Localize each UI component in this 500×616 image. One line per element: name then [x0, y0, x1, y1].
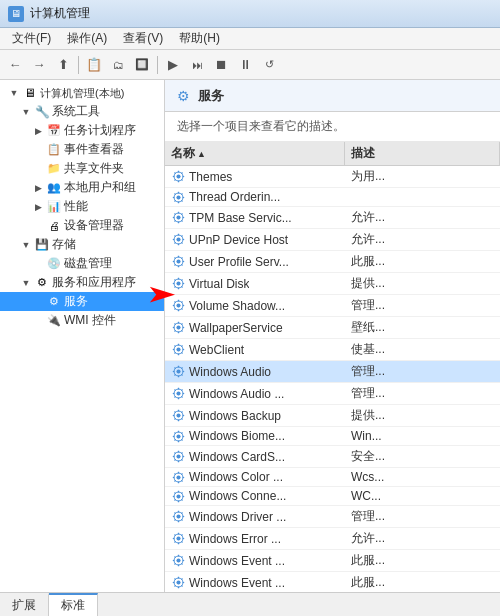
menu-item-h[interactable]: 帮助(H) [171, 28, 228, 49]
service-name-text: Virtual Disk [189, 277, 249, 291]
th-name[interactable]: 名称 ▲ [165, 142, 345, 165]
tree-item-device-mgr[interactable]: ▶ 🖨 设备管理器 [0, 216, 164, 235]
table-row[interactable]: Windows Audio ...管理... [165, 383, 500, 405]
table-row[interactable]: Virtual Disk提供... [165, 273, 500, 295]
service-row-icon [171, 299, 185, 313]
service-name-cell: WebClient [165, 341, 345, 359]
service-name-text: Windows Audio ... [189, 387, 284, 401]
tree-item-system-tools[interactable]: ▼ 🔧 系统工具 [0, 102, 164, 121]
pause-button[interactable]: ⏸ [234, 54, 256, 76]
expand-storage[interactable]: ▼ [18, 237, 34, 253]
tree-item-services[interactable]: ▶ ⚙ 服务 [0, 292, 164, 311]
table-row[interactable]: Windows Conne...WC... [165, 487, 500, 506]
expand-services-apps[interactable]: ▼ [18, 275, 34, 291]
show-hide-button[interactable]: 📋 [83, 54, 105, 76]
table-row[interactable]: WallpaperService壁纸... [165, 317, 500, 339]
expand-root[interactable]: ▼ [6, 85, 22, 101]
play-all-button[interactable]: ⏭ [186, 54, 208, 76]
table-row[interactable]: Windows Biome...Win... [165, 427, 500, 446]
menu-item-v[interactable]: 查看(V) [115, 28, 171, 49]
service-desc-cell: 此服... [345, 550, 500, 571]
svg-point-32 [176, 392, 179, 395]
service-row-icon [171, 233, 185, 247]
table-row[interactable]: Windows Event ...此服... [165, 572, 500, 592]
service-name-text: Windows Event ... [189, 554, 285, 568]
service-row-icon [171, 429, 185, 443]
service-name-cell: Windows Audio ... [165, 385, 345, 403]
icon-wmi: 🔌 [46, 313, 62, 329]
properties-button[interactable]: 🗂 [107, 54, 129, 76]
tree-item-services-apps[interactable]: ▼ ⚙ 服务和应用程序 [0, 273, 164, 292]
table-row[interactable]: Windows Error ...允许... [165, 528, 500, 550]
th-desc[interactable]: 描述 [345, 142, 500, 165]
services-header-title: 服务 [198, 87, 224, 105]
service-desc-cell: 提供... [345, 273, 500, 294]
icon-storage: 💾 [34, 237, 50, 253]
menu-item-a[interactable]: 操作(A) [59, 28, 115, 49]
icon-task-scheduler: 📅 [46, 123, 62, 139]
icon-system-tools: 🔧 [34, 104, 50, 120]
service-desc-cell: 使基... [345, 339, 500, 360]
service-table[interactable]: 名称 ▲ 描述 Themes为用... Thread Orderin.. [165, 142, 500, 592]
svg-point-23 [176, 326, 179, 329]
service-name-text: User Profile Serv... [189, 255, 289, 269]
up-button[interactable]: ⬆ [52, 54, 74, 76]
new-window-button[interactable]: 🔲 [131, 54, 153, 76]
tree-item-event-viewer[interactable]: ▶ 📋 事件查看器 [0, 140, 164, 159]
service-row-icon [171, 532, 185, 546]
icon-shared-folders: 📁 [46, 161, 62, 177]
service-row-icon [171, 343, 185, 357]
menu-bar: 文件(F)操作(A)查看(V)帮助(H) [0, 28, 500, 50]
label-root: 计算机管理(本地) [38, 86, 124, 101]
expand-system-tools[interactable]: ▼ [18, 104, 34, 120]
table-row[interactable]: Windows Audio管理... [165, 361, 500, 383]
service-name-cell: UPnP Device Host [165, 231, 345, 249]
service-name-text: Windows Conne... [189, 489, 286, 503]
table-row[interactable]: Windows Color ...Wcs... [165, 468, 500, 487]
play-button[interactable]: ▶ [162, 54, 184, 76]
expand-task-scheduler[interactable]: ▶ [30, 123, 46, 139]
table-row[interactable]: Windows CardS...安全... [165, 446, 500, 468]
tree-item-root[interactable]: ▼ 🖥 计算机管理(本地) [0, 84, 164, 102]
tree-item-local-users[interactable]: ▶ 👥 本地用户和组 [0, 178, 164, 197]
tree-item-shared-folders[interactable]: ▶ 📁 共享文件夹 [0, 159, 164, 178]
tree-item-performance[interactable]: ▶ 📊 性能 [0, 197, 164, 216]
service-row-icon [171, 450, 185, 464]
service-name-text: Windows Color ... [189, 470, 283, 484]
svg-point-50 [176, 515, 179, 518]
svg-point-5 [176, 195, 179, 198]
expand-local-users[interactable]: ▶ [30, 180, 46, 196]
table-row[interactable]: WebClient使基... [165, 339, 500, 361]
title-bar: 🖥 计算机管理 [0, 0, 500, 28]
label-wmi: WMI 控件 [62, 312, 116, 329]
service-name-text: Themes [189, 170, 232, 184]
table-row[interactable]: Windows Backup提供... [165, 405, 500, 427]
tree-item-wmi[interactable]: ▶ 🔌 WMI 控件 [0, 311, 164, 330]
table-row[interactable]: Themes为用... [165, 166, 500, 188]
service-name-text: Windows Backup [189, 409, 281, 423]
expand-performance[interactable]: ▶ [30, 199, 46, 215]
forward-button[interactable]: → [28, 54, 50, 76]
tree-item-task-scheduler[interactable]: ▶ 📅 任务计划程序 [0, 121, 164, 140]
table-row[interactable]: TPM Base Servic...允许... [165, 207, 500, 229]
stop-button[interactable]: ⏹ [210, 54, 232, 76]
table-row[interactable]: Volume Shadow...管理... [165, 295, 500, 317]
svg-point-44 [176, 475, 179, 478]
status-tab-expand[interactable]: 扩展 [0, 593, 49, 616]
table-row[interactable]: UPnP Device Host允许... [165, 229, 500, 251]
table-row[interactable]: Windows Driver ...管理... [165, 506, 500, 528]
service-row-icon [171, 409, 185, 423]
table-row[interactable]: Thread Orderin... [165, 188, 500, 207]
table-row[interactable]: Windows Event ...此服... [165, 550, 500, 572]
left-panel: ▼ 🖥 计算机管理(本地) ▼ 🔧 系统工具 ▶ 📅 任务计划程序 ▶ 📋 事件… [0, 80, 165, 592]
svg-point-38 [176, 434, 179, 437]
service-rows-container: Themes为用... Thread Orderin... TPM Base S… [165, 166, 500, 592]
tree-item-disk-mgmt[interactable]: ▶ 💿 磁盘管理 [0, 254, 164, 273]
back-button[interactable]: ← [4, 54, 26, 76]
menu-item-f[interactable]: 文件(F) [4, 28, 59, 49]
restart-button[interactable]: ↺ [258, 54, 280, 76]
service-desc-cell: Wcs... [345, 468, 500, 486]
tree-item-storage[interactable]: ▼ 💾 存储 [0, 235, 164, 254]
status-tab-standard[interactable]: 标准 [49, 593, 98, 616]
table-row[interactable]: User Profile Serv...此服... [165, 251, 500, 273]
